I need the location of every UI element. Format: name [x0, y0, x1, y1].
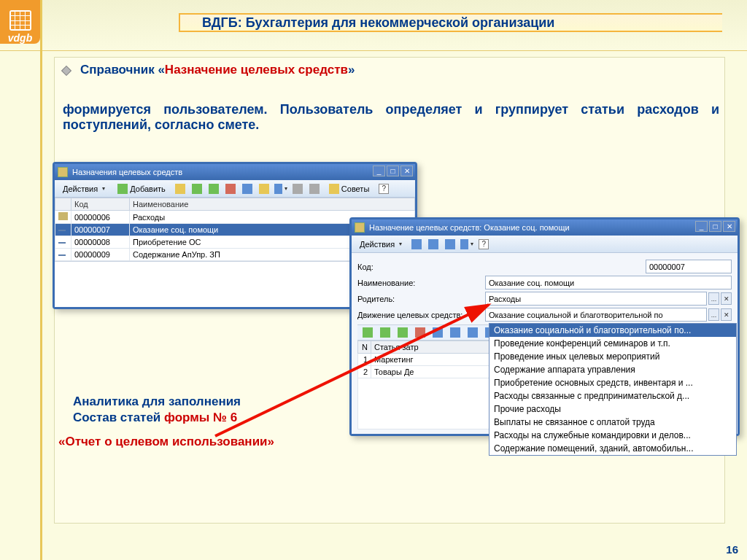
maximize-button[interactable]: □: [709, 221, 721, 232]
name-label: Наименование:: [357, 279, 485, 287]
bottom-overlap-text: «Отчет о целевом использовании»: [58, 435, 274, 449]
save-icon: [445, 239, 455, 249]
arrow-right-icon: [428, 239, 438, 249]
item-icon: [58, 242, 66, 244]
filter-button[interactable]: [290, 182, 305, 195]
help-icon: ?: [479, 239, 489, 249]
help-button[interactable]: ?: [476, 238, 491, 251]
clear-button[interactable]: ✕: [721, 308, 732, 321]
edit-icon: [398, 327, 408, 338]
arrow-left-icon: [411, 239, 422, 249]
edit-icon: [209, 184, 219, 194]
slide-left-deco: [40, 0, 42, 560]
edit-button[interactable]: [206, 182, 221, 195]
clear-filter-button[interactable]: [307, 182, 322, 195]
dropdown-option[interactable]: Проведение конференций семинаров и т.п.: [489, 337, 736, 350]
sub-down[interactable]: [448, 326, 462, 339]
dropdown-option[interactable]: Расходы связанные с предпринимательской …: [489, 389, 736, 402]
actions-menu[interactable]: Действия: [58, 182, 110, 195]
parent-label: Родитель:: [357, 295, 485, 303]
dropdown-option[interactable]: Выплаты не связанное с оплатой труда: [489, 416, 736, 429]
sub-up[interactable]: [430, 326, 445, 339]
sort-asc-icon: [468, 327, 478, 338]
tree-icon: [242, 184, 252, 194]
dropdown-option[interactable]: Приобретение основных средств, инвентаря…: [489, 376, 736, 389]
prev-button[interactable]: [409, 238, 424, 251]
clear-button[interactable]: ✕: [721, 292, 732, 305]
page-number: 16: [726, 543, 738, 556]
movement-field[interactable]: Оказание социальной и благотворительной …: [485, 308, 707, 322]
move-icon: [259, 184, 269, 194]
dropdown-option[interactable]: Проведение иных целевых мероприятий: [489, 350, 736, 363]
close-button[interactable]: ✕: [723, 221, 735, 232]
advice-button[interactable]: Советы: [324, 182, 374, 196]
abacus-icon: [9, 10, 31, 31]
heading: Справочник «Назначение целевых средств»: [80, 63, 355, 77]
copy-icon: [380, 327, 390, 338]
delete-button[interactable]: [223, 182, 238, 195]
arrow-down-icon: [450, 327, 460, 338]
sub-add[interactable]: [360, 326, 375, 339]
vdgb-logo: vdgb: [0, 0, 40, 44]
item-form-toolbar: Действия ?: [352, 236, 738, 253]
item-icon: [58, 254, 66, 256]
plus-icon: [117, 184, 128, 194]
goto-button[interactable]: [274, 182, 288, 195]
delete-icon: [415, 327, 425, 338]
parent-field[interactable]: Расходы: [485, 292, 707, 306]
maximize-button[interactable]: □: [387, 166, 399, 176]
goto-icon: [460, 239, 468, 249]
name-field[interactable]: Оказание соц. помощи: [485, 276, 732, 289]
sub-sort1[interactable]: [465, 326, 480, 339]
goto-button[interactable]: [460, 238, 474, 251]
folder-icon: [58, 212, 68, 220]
copy-icon: [192, 184, 202, 194]
help-button[interactable]: ?: [376, 182, 391, 195]
delete-icon: [225, 184, 236, 194]
goto-icon: [274, 184, 282, 194]
window-icon: [355, 222, 365, 233]
select-button[interactable]: ...: [708, 292, 719, 305]
help-icon: ?: [379, 184, 389, 194]
item-form-title[interactable]: Назначение целевых средств: Оказание соц…: [352, 219, 738, 236]
folder-plus-icon: [175, 184, 185, 194]
sub-edit[interactable]: [395, 326, 410, 339]
actions-menu[interactable]: Действия: [355, 238, 407, 251]
movement-dropdown[interactable]: Оказание социальной и благотворительной …: [489, 323, 737, 456]
logo-text: vdgb: [8, 32, 32, 44]
minimize-button[interactable]: _: [373, 166, 385, 176]
filter-icon: [293, 184, 303, 194]
bottom-text: Аналитика для заполнения Состав статей ф…: [73, 394, 241, 426]
dropdown-option[interactable]: Расходы на служебные командировки и дело…: [489, 429, 736, 442]
select-button[interactable]: ...: [708, 308, 719, 321]
catalog-toolbar: Действия Добавить Советы ?: [55, 180, 415, 198]
plus-icon: [363, 327, 373, 338]
arrow-up-icon: [433, 327, 443, 338]
dropdown-option[interactable]: Прочие расходы: [489, 402, 736, 416]
hierarchy-button[interactable]: [240, 182, 255, 195]
next-button[interactable]: [426, 238, 441, 251]
dropdown-option[interactable]: Оказание социальной и благотворительной …: [489, 324, 736, 337]
dropdown-option[interactable]: Содержание аппарата управления: [489, 363, 736, 376]
close-button[interactable]: ✕: [400, 166, 413, 176]
code-field[interactable]: 00000007: [646, 260, 732, 273]
slide-title: ВДГБ: Бухгалтерия для некоммерческой орг…: [179, 13, 722, 32]
code-label: Код:: [357, 262, 485, 271]
item-icon: [58, 230, 66, 231]
window-icon: [58, 167, 68, 177]
move-button[interactable]: [257, 182, 271, 195]
add-button[interactable]: Добавить: [112, 182, 171, 196]
sub-copy[interactable]: [378, 326, 392, 339]
add-group-button[interactable]: [173, 182, 187, 195]
bulb-icon: [329, 184, 339, 194]
minimize-button[interactable]: _: [695, 221, 708, 232]
dropdown-option[interactable]: Содержание помещений, зданий, автомобиль…: [489, 442, 736, 455]
movement-label: Движение целевых средств:: [357, 311, 485, 319]
copy-button[interactable]: [190, 182, 204, 195]
sub-del[interactable]: [413, 326, 427, 339]
catalog-window-title[interactable]: Назначения целевых средств _ □ ✕: [55, 164, 415, 180]
body-text: формируется пользователем. Пользователь …: [63, 102, 719, 133]
clear-icon: [309, 184, 320, 194]
save-button[interactable]: [443, 238, 457, 251]
